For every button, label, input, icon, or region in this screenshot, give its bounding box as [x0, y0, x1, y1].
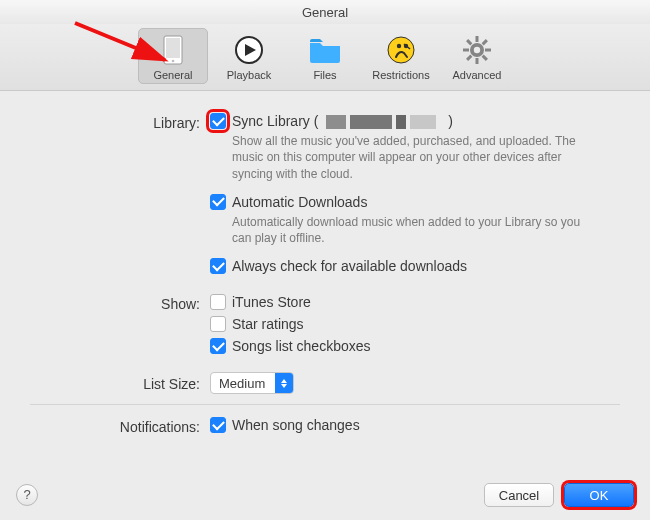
- tab-label: Restrictions: [372, 69, 429, 81]
- cancel-button[interactable]: Cancel: [484, 483, 554, 507]
- stepper-icon: [275, 373, 293, 393]
- checkbox-star-ratings[interactable]: [210, 316, 226, 332]
- preferences-toolbar: General Playback Files Restrictions Adva…: [0, 24, 650, 91]
- select-list-size[interactable]: Medium: [210, 372, 294, 394]
- svg-point-2: [172, 60, 175, 63]
- svg-rect-12: [463, 49, 469, 52]
- checkbox-songs-list-checkboxes[interactable]: [210, 338, 226, 354]
- star-ratings-label: Star ratings: [232, 316, 304, 332]
- help-button[interactable]: ?: [16, 484, 38, 506]
- svg-rect-13: [485, 49, 491, 52]
- tab-playback[interactable]: Playback: [214, 28, 284, 84]
- label-show: Show:: [30, 294, 210, 312]
- label-list-size: List Size:: [30, 374, 210, 392]
- svg-rect-10: [476, 36, 479, 42]
- tab-advanced[interactable]: Advanced: [442, 28, 512, 84]
- sync-library-label: Sync Library ( ): [232, 113, 453, 129]
- ok-button[interactable]: OK: [564, 483, 634, 507]
- tab-general[interactable]: General: [138, 28, 208, 84]
- automatic-downloads-description: Automatically download music when added …: [232, 214, 602, 246]
- label-library: Library:: [30, 113, 210, 131]
- preferences-content: Library: Sync Library ( ) Show all the m…: [0, 91, 650, 453]
- when-song-changes-label: When song changes: [232, 417, 360, 433]
- device-icon: [156, 33, 190, 67]
- sync-library-description: Show all the music you've added, purchas…: [232, 133, 602, 182]
- tab-label: Playback: [227, 69, 272, 81]
- svg-rect-1: [166, 38, 180, 58]
- play-icon: [232, 33, 266, 67]
- svg-rect-16: [466, 39, 472, 45]
- checkbox-sync-library[interactable]: [210, 113, 226, 129]
- check-downloads-label: Always check for available downloads: [232, 258, 467, 274]
- tab-label: Advanced: [453, 69, 502, 81]
- svg-point-18: [474, 47, 480, 53]
- divider: [30, 404, 620, 405]
- itunes-store-label: iTunes Store: [232, 294, 311, 310]
- redacted-account: [326, 115, 440, 129]
- checkbox-check-downloads[interactable]: [210, 258, 226, 274]
- gear-icon: [460, 33, 494, 67]
- folder-icon: [308, 33, 342, 67]
- checkbox-automatic-downloads[interactable]: [210, 194, 226, 210]
- select-list-size-value: Medium: [211, 376, 275, 391]
- songs-list-checkboxes-label: Songs list checkboxes: [232, 338, 371, 354]
- automatic-downloads-label: Automatic Downloads: [232, 194, 367, 210]
- tab-restrictions[interactable]: Restrictions: [366, 28, 436, 84]
- svg-rect-17: [482, 55, 488, 61]
- dialog-footer: ? Cancel OK: [0, 470, 650, 520]
- restrictions-icon: [384, 33, 418, 67]
- checkbox-itunes-store[interactable]: [210, 294, 226, 310]
- tab-label: Files: [313, 69, 336, 81]
- window-title: General: [0, 0, 650, 24]
- svg-point-6: [397, 44, 401, 48]
- label-notifications: Notifications:: [30, 417, 210, 435]
- tab-label: General: [153, 69, 192, 81]
- svg-rect-11: [476, 58, 479, 64]
- svg-rect-15: [466, 55, 472, 61]
- tab-files[interactable]: Files: [290, 28, 360, 84]
- checkbox-when-song-changes[interactable]: [210, 417, 226, 433]
- svg-rect-14: [482, 39, 488, 45]
- svg-point-5: [388, 37, 414, 63]
